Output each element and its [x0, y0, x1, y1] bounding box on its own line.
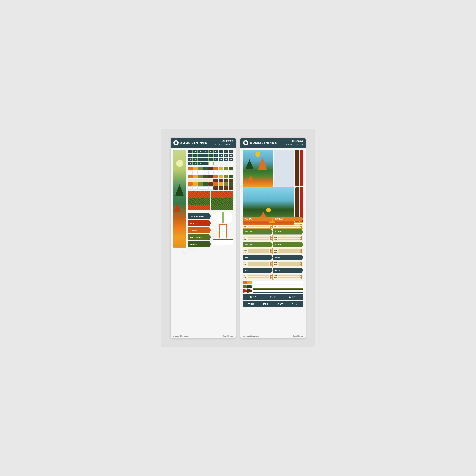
card2-footer: www.sumlilthings.com @sumlilthings — [240, 334, 306, 338]
functional-dayoff2-row: DAY OFF DAY OFF — [243, 242, 303, 247]
flag-bar-green — [243, 285, 303, 289]
strip-cell — [213, 167, 218, 170]
card1-header-right: CK062-23 LIL' MISFIT SCOUTS — [215, 140, 233, 146]
banner-this-month: THIS MONTH — [188, 213, 211, 220]
due-row-4: DUE — [274, 238, 302, 240]
bill-label-6: BILL — [274, 249, 278, 251]
bill-row-3: BILL — [244, 236, 272, 238]
scene-section — [243, 150, 303, 186]
num-27: 27 — [229, 158, 233, 161]
banner-important-label: IMPORTANT — [190, 236, 203, 238]
bill-row-10: BILL — [274, 275, 302, 277]
banner-notes-label: NOTES — [190, 243, 198, 245]
banner-todo: TO DO — [188, 227, 211, 233]
num-empty-4 — [224, 162, 228, 165]
card2-footer-left: www.sumlilthings.com — [243, 335, 259, 337]
strip-row-2 — [188, 170, 233, 174]
due-fill-2 — [278, 226, 300, 227]
card1-body: LIL LIL LIL 1 2 3 4 5 — [171, 148, 236, 334]
bill-group-8: BILL DUE — [273, 261, 303, 267]
banner-dayoff-4: DAY OFF — [273, 242, 303, 247]
pattern-red-2 — [211, 191, 233, 198]
due-label-10: DUE — [274, 277, 278, 278]
banner-important-arrow: IMPORTANT — [188, 234, 211, 240]
num-5: 5 — [208, 150, 213, 153]
card1-header-left: SUMLILTHINGS — [174, 140, 207, 145]
num-13: 13 — [203, 154, 208, 157]
flag-yellow-1 — [247, 281, 252, 285]
color-strips — [188, 167, 233, 190]
bill-fill-5 — [248, 249, 269, 251]
banner-payday-2: PAY DAY — [273, 217, 303, 222]
day-sat: SAT — [273, 303, 287, 306]
num-25: 25 — [219, 158, 223, 161]
bill-row-6: BILL — [274, 249, 302, 251]
strip-cell — [198, 183, 203, 186]
strip-row-4 — [188, 178, 233, 182]
card2-subtitle: LIL' MISFIT SCOUTS — [285, 143, 303, 146]
num-12: 12 — [198, 154, 203, 157]
bill-group-5: BILL DUE — [243, 248, 273, 254]
num-28: 28 — [188, 162, 193, 165]
card2-body: LIL LIL LIL — [240, 148, 306, 334]
strip-cell — [198, 167, 203, 170]
num-empty-1 — [208, 162, 213, 165]
bill-fill-8 — [278, 262, 300, 264]
num-20: 20 — [193, 158, 198, 161]
long-bar-dark — [253, 289, 303, 293]
bill-row-8: BILL — [274, 262, 302, 264]
due-row-9: DUE — [244, 277, 272, 279]
num-23: 23 — [208, 158, 213, 161]
strip-cell — [208, 167, 213, 170]
bill-group-9: BILL DUE — [243, 273, 273, 280]
banner-important: IMPORTANT — [188, 234, 211, 240]
due-row-3: DUE — [244, 238, 272, 240]
num-empty-3 — [219, 162, 223, 165]
due-label: DUE — [244, 226, 247, 227]
bill-label-8: BILL — [274, 262, 278, 264]
due-dot-2 — [300, 226, 302, 228]
bill-row-4: BILL — [274, 236, 302, 238]
card1-footer-left: www.sumlilthings.com — [174, 335, 189, 337]
bill-group-4: BILL DUE — [273, 235, 303, 241]
sticker-boxes-row2 — [219, 224, 227, 238]
due-dot-7 — [270, 264, 272, 266]
strip-cell — [198, 170, 203, 174]
day-mon: MON — [244, 296, 263, 298]
strip-cell — [229, 170, 233, 174]
bill-fill-6 — [278, 249, 300, 251]
pattern-green-2 — [211, 198, 233, 205]
card2-header-right: CK062-24 LIL' MISFIT SCOUTS — [285, 140, 303, 146]
day-fri: FRI — [259, 303, 273, 306]
card1-subtitle: LIL' MISFIT SCOUTS — [215, 143, 233, 146]
bill-dot-7 — [270, 262, 272, 264]
flag-brown-1 — [247, 289, 252, 293]
banner-todo-label: TO DO — [190, 229, 197, 232]
brand-name: SUMLILTHINGS — [180, 141, 207, 145]
strip-cell — [198, 187, 203, 190]
bill-section-3: BILL DUE BILL — [243, 248, 303, 254]
strip-cell — [224, 174, 228, 178]
strip-cell — [203, 183, 208, 186]
strip-cell — [198, 178, 203, 182]
strip-row-6 — [188, 187, 233, 190]
due-dot-9 — [270, 277, 272, 279]
due-row-8: DUE — [274, 264, 302, 266]
strip-cell — [219, 174, 223, 178]
strip-cell — [193, 174, 198, 178]
num-10: 10 — [188, 154, 193, 157]
banner-dayoff-1: DAY OFF — [243, 229, 273, 235]
strip-cell — [208, 170, 213, 174]
num-6: 6 — [213, 150, 218, 153]
banner-this-month-arrow: THIS MONTH — [188, 213, 211, 220]
flag-bar-orange — [243, 281, 303, 285]
num-14: 14 — [208, 154, 213, 157]
due-row-6: DUE — [274, 251, 302, 253]
bar-red-vert — [300, 150, 303, 186]
num-9: 9 — [229, 150, 233, 153]
num-29: 29 — [193, 162, 198, 165]
flag-dgreen-1 — [247, 285, 252, 289]
due-label-3: DUE — [244, 239, 247, 240]
pattern-red — [188, 191, 211, 198]
num-7: 7 — [219, 150, 223, 153]
